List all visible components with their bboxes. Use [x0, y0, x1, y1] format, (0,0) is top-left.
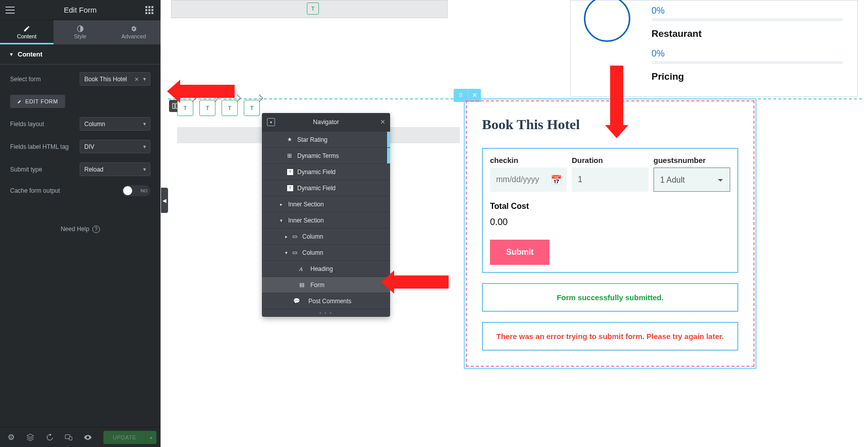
caret-down-icon: ▾ [280, 218, 283, 223]
tab-style[interactable]: Style [53, 20, 107, 44]
need-help-link[interactable]: Need Help ? [10, 226, 150, 233]
heading-icon: A [299, 266, 303, 272]
editor-sidebar: Edit Form Content Style Advanced ▾ Conte… [0, 0, 160, 447]
svg-rect-2 [151, 6, 153, 8]
navigator-collapse-icon[interactable]: ▾ [267, 118, 275, 126]
help-icon: ? [92, 226, 100, 233]
select-form-dropdown[interactable]: Book This Hotel × ▼ [80, 72, 150, 86]
responsive-icon[interactable] [62, 430, 76, 444]
annotation-arrow [179, 85, 235, 98]
form-inner: Book This Hotel checkin 📅 Duration [466, 100, 754, 367]
html-tag-dropdown[interactable]: DIV ▼ [80, 140, 150, 153]
canvas-top-block[interactable]: T [171, 0, 448, 18]
widget-item[interactable]: T [222, 100, 238, 116]
nav-item-inner-section[interactable]: ▾Inner Section [262, 212, 390, 228]
svg-rect-0 [145, 6, 147, 8]
nav-item-inner-section[interactable]: ▸Inner Section [262, 196, 390, 212]
nav-item-dynamic-field[interactable]: TDynamic Field [262, 163, 390, 180]
cache-label: Cache form output [10, 187, 60, 194]
clear-icon[interactable]: × [135, 75, 139, 83]
fields-layout-dropdown[interactable]: Column ▼ [80, 117, 150, 131]
guests-select[interactable]: 1 Adult [654, 167, 730, 192]
comments-icon: 💬 [293, 298, 300, 304]
nav-item-heading[interactable]: AHeading [262, 260, 390, 276]
chevron-down-icon: ▼ [142, 144, 147, 149]
duration-label: Duration [572, 156, 648, 164]
terms-icon: ⊞ [287, 152, 292, 159]
field-icon: T [287, 185, 293, 191]
cache-toggle[interactable]: NO [122, 185, 150, 196]
stat-percent: 0% [652, 48, 857, 59]
svg-rect-8 [151, 12, 153, 14]
svg-rect-6 [145, 12, 147, 14]
widget-row: T T T T [177, 100, 260, 116]
success-message: Form successfully submitted. [482, 283, 738, 312]
fields-layout-label: Fields layout [10, 121, 44, 128]
stat-label: Pricing [652, 71, 857, 82]
tab-advanced[interactable]: Advanced [107, 20, 160, 44]
widget-item[interactable]: T [199, 100, 215, 116]
navigator-panel: ▾ Navigator × ★Star Rating ⊞Dynamic Term… [262, 113, 390, 317]
section-header-content[interactable]: ▾ Content [0, 44, 160, 65]
update-dropdown-button[interactable]: ▲ [145, 431, 156, 444]
progress-circle [584, 0, 630, 42]
nav-item-form[interactable]: ▤Form [262, 276, 390, 293]
svg-rect-3 [145, 9, 147, 11]
preview-icon[interactable] [81, 430, 95, 444]
close-icon[interactable]: × [381, 118, 385, 127]
annotation-arrow [393, 275, 449, 289]
form-section[interactable]: Book This Hotel checkin 📅 Duration [464, 98, 756, 369]
stat-percent: 0% [652, 6, 857, 16]
submit-button[interactable]: Submit [490, 240, 550, 265]
nav-item-post-comments[interactable]: 💬Post Comments [262, 293, 390, 309]
stat-bar [652, 18, 843, 21]
hamburger-icon[interactable] [0, 0, 20, 20]
navigator-resize-handle[interactable]: • • • [262, 309, 390, 317]
total-cost-label: Total Cost [490, 202, 730, 211]
stats-panel: 0% Restaurant 0% Pricing [570, 0, 858, 97]
svg-rect-4 [148, 9, 150, 11]
field-icon: T [287, 169, 293, 175]
nav-item-column[interactable]: ▸▭Column [262, 228, 390, 244]
form-title: Book This Hotel [482, 117, 738, 133]
nav-item-dynamic-field[interactable]: TDynamic Field [262, 180, 390, 196]
sidebar-header: Edit Form [0, 0, 160, 20]
text-icon: T [307, 3, 319, 15]
nav-item-dynamic-terms[interactable]: ⊞Dynamic Terms [262, 147, 390, 163]
column-icon: ▭ [292, 249, 297, 256]
widget-item[interactable]: T [177, 100, 193, 116]
layers-icon[interactable] [23, 430, 37, 444]
sidebar-footer: ⚙ UPDATE ▲ [0, 427, 160, 447]
toggle-knob [123, 186, 132, 195]
widgets-grid-icon[interactable] [142, 3, 156, 17]
total-cost-value: 0.00 [490, 217, 730, 228]
submit-type-dropdown[interactable]: Reload ▼ [80, 162, 150, 176]
collapse-sidebar-handle[interactable]: ◀ [161, 188, 168, 213]
tab-content[interactable]: Content [0, 20, 53, 44]
error-message: There was an error trying to submit form… [482, 322, 738, 351]
navigator-title: Navigator [313, 119, 339, 126]
settings-icon[interactable]: ⚙ [4, 430, 18, 444]
sidebar-tabs: Content Style Advanced [0, 20, 160, 44]
duration-input[interactable] [572, 167, 648, 192]
star-icon: ★ [287, 136, 292, 143]
svg-rect-1 [148, 6, 150, 8]
svg-rect-11 [69, 436, 72, 440]
update-button[interactable]: UPDATE [103, 431, 145, 444]
caret-right-icon: ▸ [280, 202, 283, 207]
nav-item-column[interactable]: ▾▭Column [262, 244, 390, 260]
stat-label: Restaurant [652, 28, 857, 39]
chevron-down-icon: ▼ [142, 77, 147, 82]
select-form-label: Select form [10, 76, 41, 83]
edit-form-button[interactable]: EDIT FORM [10, 95, 65, 108]
form-icon: ▤ [299, 282, 304, 288]
chevron-down-icon: ▼ [142, 122, 147, 127]
nav-item-star-rating[interactable]: ★Star Rating [262, 131, 390, 147]
caret-down-icon: ▾ [10, 51, 13, 57]
svg-rect-5 [151, 9, 153, 11]
widget-item[interactable]: T [244, 100, 260, 116]
history-icon[interactable] [42, 430, 57, 444]
caret-down-icon: ▾ [285, 250, 288, 255]
html-tag-label: Fields label HTML tag [10, 143, 69, 150]
calendar-icon[interactable]: 📅 [551, 175, 562, 186]
